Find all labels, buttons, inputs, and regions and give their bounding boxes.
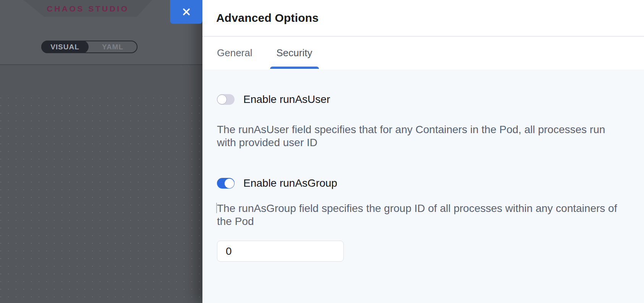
visual-mode-button[interactable]: VISUAL xyxy=(41,41,89,53)
close-panel-button[interactable] xyxy=(170,0,202,24)
run-as-group-value-input[interactable] xyxy=(217,241,344,262)
security-tab-content: Enable runAsUser The runAsUser field spe… xyxy=(202,70,644,303)
panel-tabs: General Security xyxy=(202,37,644,69)
canvas-dot-grid xyxy=(0,97,202,303)
visual-mode-label: VISUAL xyxy=(50,43,79,51)
yaml-mode-button[interactable]: YAML xyxy=(89,41,137,52)
tab-general-label: General xyxy=(217,47,252,59)
toggle-knob xyxy=(225,179,234,188)
panel-header: Advanced Options xyxy=(202,0,644,37)
run-as-user-row: Enable runAsUser xyxy=(217,93,629,106)
run-as-group-description: The runAsGroup field specifies the group… xyxy=(217,202,626,228)
yaml-mode-label: YAML xyxy=(102,43,123,51)
run-as-group-row: Enable runAsGroup xyxy=(217,177,629,189)
run-as-user-toggle[interactable] xyxy=(217,94,235,105)
text-cursor-ibeam xyxy=(216,203,217,213)
brand-banner: CHAOS STUDIO xyxy=(24,0,152,17)
brand-title: CHAOS STUDIO xyxy=(47,3,129,13)
panel-title: Advanced Options xyxy=(216,11,319,24)
close-icon xyxy=(182,8,191,16)
run-as-group-toggle[interactable] xyxy=(217,178,235,189)
workflow-canvas xyxy=(0,66,202,303)
advanced-options-panel: Advanced Options General Security Enable… xyxy=(202,0,644,303)
view-mode-toggle[interactable]: VISUAL YAML xyxy=(41,41,138,53)
toggle-knob xyxy=(217,94,227,104)
run-as-group-label: Enable runAsGroup xyxy=(243,177,337,189)
tab-general[interactable]: General xyxy=(217,37,252,69)
run-as-user-description: The runAsUser field specifies that for a… xyxy=(217,123,626,149)
background-app: CHAOS STUDIO VISUAL YAML xyxy=(0,0,202,303)
tab-security-label: Security xyxy=(277,47,312,59)
run-as-user-label: Enable runAsUser xyxy=(243,93,330,106)
tab-security[interactable]: Security xyxy=(277,37,312,69)
